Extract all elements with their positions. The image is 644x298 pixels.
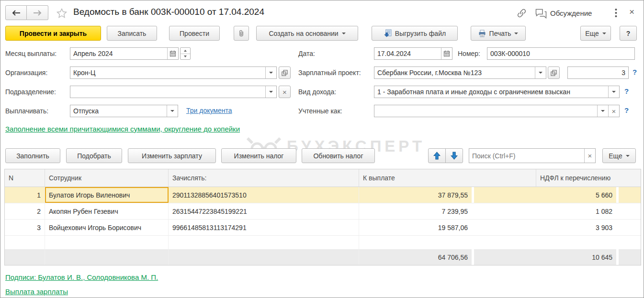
update-tax-button[interactable]: Обновить налог xyxy=(302,148,375,163)
cell-n[interactable]: 1 xyxy=(5,187,45,203)
organization-dropdown-button[interactable] xyxy=(265,67,276,78)
discussion-icon[interactable] xyxy=(535,9,547,19)
three-documents-link[interactable]: Три документа xyxy=(186,107,232,114)
accounted-as-help-icon[interactable]: ? xyxy=(624,106,629,114)
signatures-link[interactable]: Подписи: Булатов И. В., Солодовникова М.… xyxy=(5,273,158,281)
accounted-as-field[interactable]: × xyxy=(374,105,620,117)
search-field[interactable]: × xyxy=(469,148,596,163)
department-field[interactable] xyxy=(70,86,277,98)
pay-what-field[interactable] xyxy=(70,105,178,117)
spinner-up-icon[interactable] xyxy=(181,48,190,54)
month-spinner[interactable] xyxy=(180,47,191,60)
close-icon[interactable]: × xyxy=(629,7,634,17)
salary-payment-link[interactable]: Выплата зарплаты xyxy=(5,287,68,296)
menu-dots-icon[interactable] xyxy=(615,8,617,18)
organization-open-button[interactable] xyxy=(279,66,291,79)
pay-what-input[interactable] xyxy=(70,105,167,117)
department-dropdown-button[interactable] xyxy=(265,86,276,98)
accounted-as-clear-button[interactable]: × xyxy=(608,105,619,117)
favorite-star-icon[interactable] xyxy=(56,8,68,19)
column-header-n[interactable]: N xyxy=(5,169,45,187)
cell-payout[interactable]: 19 587,06 xyxy=(359,220,472,235)
cell-n[interactable]: 2 xyxy=(5,203,45,219)
cell-tax[interactable]: 1 082 xyxy=(474,203,616,219)
number-input[interactable] xyxy=(487,48,634,59)
cell-n[interactable]: 3 xyxy=(5,220,45,235)
income-type-value[interactable]: 1 - Заработная плата и иные доходы с огр… xyxy=(374,86,608,98)
month-calendar-button[interactable] xyxy=(167,48,178,59)
paperclip-icon xyxy=(237,29,245,38)
cell-account[interactable]: 29011328856401573510 xyxy=(169,187,359,203)
employee-count-input[interactable] xyxy=(568,67,628,78)
export-file-button[interactable]: Выгрузить файл xyxy=(372,26,458,41)
month-field[interactable] xyxy=(70,47,179,60)
copy-link-icon[interactable] xyxy=(517,8,527,18)
grid-more-button[interactable]: Еще xyxy=(602,148,636,163)
toolbar-more-button[interactable]: Еще xyxy=(580,26,611,41)
save-button[interactable]: Записать xyxy=(107,26,157,41)
attachments-button[interactable] xyxy=(234,26,249,41)
change-salary-button[interactable]: Изменить зарплату xyxy=(128,148,216,163)
cell-payout[interactable]: 7 239,95 xyxy=(359,203,472,219)
date-field[interactable] xyxy=(374,47,452,60)
column-header-payout[interactable]: К выплате xyxy=(359,169,536,187)
move-down-button[interactable] xyxy=(445,148,463,163)
cell-tax[interactable]: 5 660 xyxy=(474,187,616,203)
table-totals-row: 64 706,56 10 645 xyxy=(5,249,641,265)
change-tax-button[interactable]: Изменить налог xyxy=(221,148,296,163)
salary-project-input[interactable] xyxy=(374,67,535,78)
discussion-label[interactable]: Обсуждение xyxy=(550,9,592,17)
accounted-as-input[interactable] xyxy=(374,105,597,117)
salary-project-open-button[interactable] xyxy=(548,66,560,79)
table-row[interactable]: 1 Булатов Игорь Виленович 29011328856401… xyxy=(5,187,641,203)
department-clear-button[interactable]: × xyxy=(279,86,291,98)
organization-input[interactable] xyxy=(70,67,265,78)
forward-button[interactable] xyxy=(27,5,48,20)
department-input[interactable] xyxy=(70,86,265,98)
table-row[interactable]: 2 Акопян Рубен Гезевич 26315447223845199… xyxy=(5,203,641,220)
cell-employee[interactable]: Войцехович Игорь Борисович xyxy=(45,220,169,235)
month-input[interactable] xyxy=(70,48,167,59)
number-field[interactable] xyxy=(487,47,635,60)
help-button[interactable]: ? xyxy=(620,26,637,41)
date-input[interactable] xyxy=(374,48,441,59)
move-up-button[interactable] xyxy=(428,148,446,163)
cell-employee[interactable]: Акопян Рубен Гезевич xyxy=(45,203,169,219)
cell-account[interactable]: 26315447223845199221 xyxy=(169,203,359,219)
search-clear-button[interactable]: × xyxy=(584,149,595,163)
salary-project-help-icon[interactable]: ? xyxy=(633,68,637,76)
cell-payout[interactable]: 37 879,55 xyxy=(359,187,472,203)
post-label: Провести xyxy=(180,30,209,37)
cell-employee-selected[interactable]: Булатов Игорь Виленович xyxy=(45,187,169,203)
print-button[interactable]: Печать xyxy=(471,26,526,41)
search-input[interactable] xyxy=(469,149,584,163)
table-row[interactable]: 3 Войцехович Игорь Борисович 99661485813… xyxy=(5,220,641,236)
column-header-tax[interactable]: НДФЛ к перечислению xyxy=(536,169,641,187)
employee-count-field[interactable] xyxy=(567,66,629,79)
pick-button[interactable]: Подобрать xyxy=(66,148,122,163)
spinner-down-icon[interactable] xyxy=(181,54,190,60)
cell-account[interactable]: 99661485813113174291 xyxy=(169,220,359,235)
salary-project-dropdown-button[interactable] xyxy=(535,67,546,78)
organization-field[interactable] xyxy=(70,66,277,79)
income-type-dropdown-button[interactable] xyxy=(608,86,619,98)
document-window: Ведомость в банк 003К-000010 от 17.04.20… xyxy=(0,0,644,298)
income-type-field[interactable]: 1 - Заработная плата и иные доходы с огр… xyxy=(374,86,620,98)
fill-button[interactable]: Заполнить xyxy=(5,148,60,163)
income-type-help-icon[interactable]: ? xyxy=(624,87,629,95)
fill-amounts-link[interactable]: Заполнение всеми причитающимися суммами,… xyxy=(5,124,245,134)
back-button[interactable] xyxy=(5,5,27,20)
column-header-account[interactable]: Зачислять: xyxy=(169,169,359,187)
number-label: Номер: xyxy=(458,47,480,60)
create-based-on-button[interactable]: Создать на основании xyxy=(256,26,358,41)
post-and-close-button[interactable]: Провести и закрыть xyxy=(5,26,101,41)
pay-what-dropdown-button[interactable] xyxy=(167,105,178,117)
cell-tax[interactable]: 3 903 xyxy=(474,220,616,235)
export-file-label: Выгрузить файл xyxy=(395,30,446,37)
salary-project-field[interactable] xyxy=(374,66,546,79)
accounted-as-dropdown-button[interactable] xyxy=(597,105,608,117)
date-calendar-button[interactable] xyxy=(441,48,452,59)
post-button[interactable]: Провести xyxy=(169,26,220,41)
totals-payout: 64 706,56 xyxy=(359,249,472,265)
column-header-employee[interactable]: Сотрудник xyxy=(45,169,169,187)
